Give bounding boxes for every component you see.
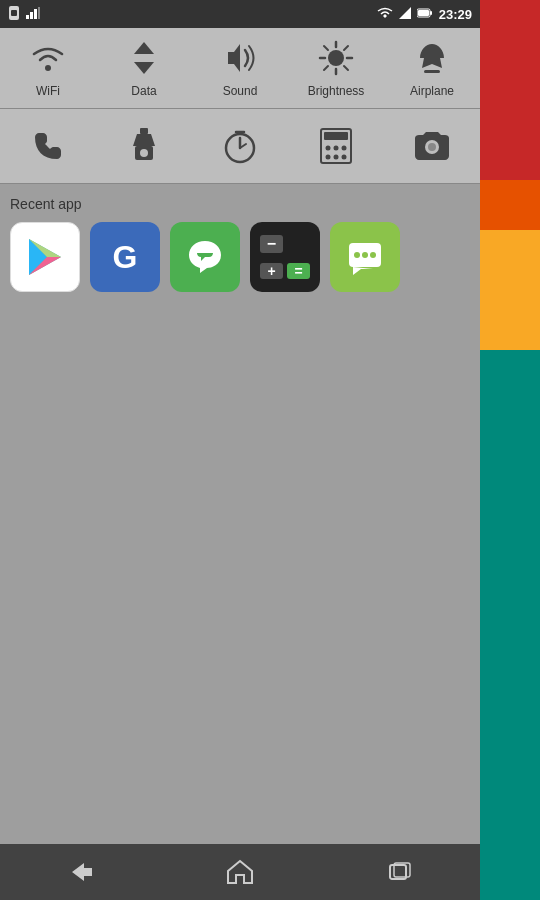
svg-rect-9 (418, 10, 429, 16)
app-messenger[interactable] (330, 222, 400, 292)
brightness-toggle-icon (316, 38, 356, 78)
google-g-letter: G (113, 239, 138, 276)
svg-rect-8 (430, 11, 432, 15)
data-toggle[interactable]: Data (100, 38, 188, 98)
data-label: Data (131, 84, 156, 98)
bars-icon (26, 7, 40, 21)
tools-row (0, 109, 480, 184)
svg-point-11 (328, 50, 344, 66)
status-bar-left (8, 6, 40, 22)
data-toggle-icon (124, 38, 164, 78)
app-hangouts[interactable] (170, 222, 240, 292)
back-button[interactable] (40, 852, 120, 892)
status-bar: 23:29 (0, 0, 480, 28)
svg-point-34 (326, 155, 331, 160)
app-play-store[interactable] (10, 222, 80, 292)
timer-tool[interactable] (196, 121, 284, 171)
main-panel: 23:29 WiFi Data (0, 0, 480, 900)
airplane-label: Airplane (410, 84, 454, 98)
svg-rect-30 (324, 132, 348, 140)
app-calculator[interactable]: − + = (250, 222, 320, 292)
recent-apps-list: G − + = (10, 222, 470, 292)
sound-toggle[interactable]: Sound (196, 38, 284, 98)
svg-point-10 (45, 65, 51, 71)
recent-label: Recent app (10, 196, 470, 212)
svg-point-23 (140, 149, 148, 157)
svg-rect-20 (424, 70, 440, 73)
sound-toggle-icon (220, 38, 260, 78)
svg-rect-21 (140, 128, 148, 134)
svg-point-35 (334, 155, 339, 160)
flashlight-tool[interactable] (100, 121, 188, 171)
app-google-search[interactable]: G (90, 222, 160, 292)
wifi-toggle[interactable]: WiFi (4, 38, 92, 98)
recents-button[interactable] (360, 852, 440, 892)
svg-line-19 (324, 66, 328, 70)
clock: 23:29 (439, 7, 472, 22)
calculator-tool[interactable] (292, 121, 380, 171)
svg-line-18 (344, 46, 348, 50)
wifi-label: WiFi (36, 84, 60, 98)
svg-point-40 (354, 252, 360, 258)
wifi-status-icon (377, 7, 393, 21)
svg-rect-2 (26, 15, 29, 19)
battery-icon (417, 7, 433, 21)
decorative-strip (480, 0, 540, 900)
svg-marker-6 (399, 7, 411, 19)
sim-icon (8, 6, 20, 22)
phone-tool[interactable] (4, 121, 92, 171)
wifi-toggle-icon (28, 38, 68, 78)
camera-tool[interactable] (388, 121, 476, 171)
home-button[interactable] (200, 852, 280, 892)
quick-toggles-bar: WiFi Data Sound (0, 28, 480, 109)
svg-point-36 (342, 155, 347, 160)
sound-label: Sound (223, 84, 258, 98)
recent-section: Recent app G (0, 184, 480, 300)
svg-point-41 (362, 252, 368, 258)
svg-rect-3 (30, 12, 33, 19)
svg-rect-1 (11, 10, 17, 16)
airplane-toggle-icon (412, 38, 452, 78)
svg-point-33 (342, 146, 347, 151)
svg-line-17 (344, 66, 348, 70)
svg-rect-4 (34, 9, 37, 19)
signal-status-icon (399, 7, 411, 21)
status-bar-right: 23:29 (377, 7, 472, 22)
svg-line-16 (324, 46, 328, 50)
svg-point-32 (334, 146, 339, 151)
nav-bar (0, 844, 480, 900)
svg-point-42 (370, 252, 376, 258)
svg-point-31 (326, 146, 331, 151)
brightness-toggle[interactable]: Brightness (292, 38, 380, 98)
svg-point-38 (428, 143, 436, 151)
svg-rect-5 (38, 7, 40, 19)
brightness-label: Brightness (308, 84, 365, 98)
airplane-toggle[interactable]: Airplane (388, 38, 476, 98)
